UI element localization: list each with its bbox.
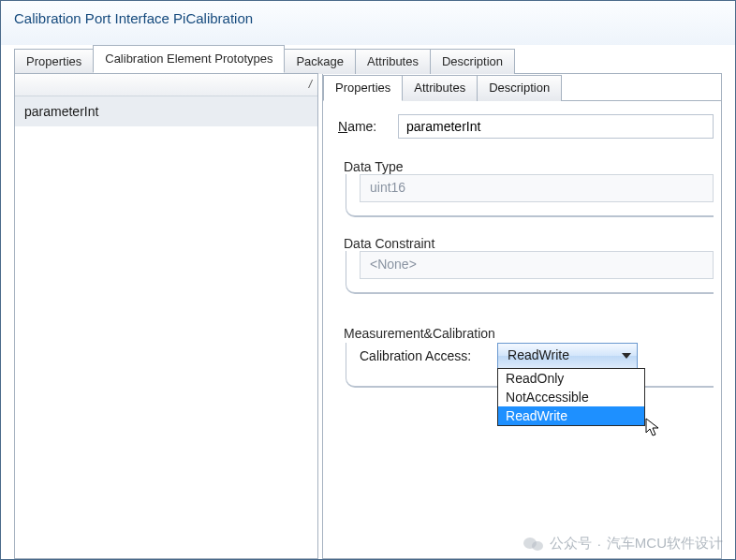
outer-tab-strip: Properties Calibration Element Prototype… (14, 45, 722, 73)
constraint-group-label: Data Constraint (340, 236, 438, 251)
datatype-group-label: Data Type (340, 159, 407, 174)
tab-package[interactable]: Package (284, 49, 356, 74)
window: Calibration Port Interface PiCalibration… (0, 0, 736, 560)
watermark-prefix: 公众号 (550, 535, 592, 553)
tab-calibration-element-prototypes[interactable]: Calibration Element Prototypes (93, 45, 285, 73)
list-column-header[interactable]: / (15, 74, 317, 96)
chevron-down-icon (622, 353, 631, 359)
name-input[interactable] (398, 114, 714, 139)
cursor-icon (645, 418, 660, 438)
calibration-access-combo[interactable]: ReadWrite (497, 343, 638, 369)
combo-value: ReadWrite (508, 347, 569, 362)
properties-form: Name: Data Type uint16 Data Constraint <… (323, 101, 721, 558)
mc-group-label: Measurement&Calibration (340, 326, 499, 341)
option-readonly[interactable]: ReadOnly (498, 369, 644, 388)
tab-description[interactable]: Description (430, 49, 515, 74)
detail-panel: Properties Attributes Description Name: … (322, 73, 722, 559)
watermark-name: 汽车MCU软件设计 (607, 535, 723, 553)
inner-tab-strip: Properties Attributes Description (323, 74, 721, 101)
inner-tab-attributes[interactable]: Attributes (402, 75, 478, 101)
wechat-icon (523, 536, 544, 553)
calibration-access-dropdown: ReadOnly NotAccessible ReadWrite (497, 368, 645, 426)
list-item[interactable]: parameterInt (15, 96, 317, 126)
constraint-field[interactable]: <None> (360, 251, 714, 279)
name-label: Name: (338, 119, 398, 134)
window-title: Calibration Port Interface PiCalibration (1, 1, 735, 45)
datatype-field[interactable]: uint16 (360, 174, 714, 202)
inner-tab-properties[interactable]: Properties (323, 75, 403, 101)
calibration-access-combo-wrap: ReadWrite ReadOnly NotAccessible ReadWri… (497, 343, 714, 369)
tab-properties[interactable]: Properties (14, 49, 94, 74)
option-notaccessible[interactable]: NotAccessible (498, 388, 644, 406)
inner-tab-description[interactable]: Description (477, 75, 562, 101)
option-readwrite[interactable]: ReadWrite (498, 406, 644, 425)
svg-point-1 (532, 541, 543, 551)
watermark-separator: · (597, 536, 601, 552)
calibration-access-label: Calibration Access: (360, 348, 471, 363)
prototype-list-panel: / parameterInt (14, 73, 318, 559)
tab-attributes[interactable]: Attributes (355, 49, 431, 74)
watermark: 公众号 · 汽车MCU软件设计 (523, 535, 723, 553)
